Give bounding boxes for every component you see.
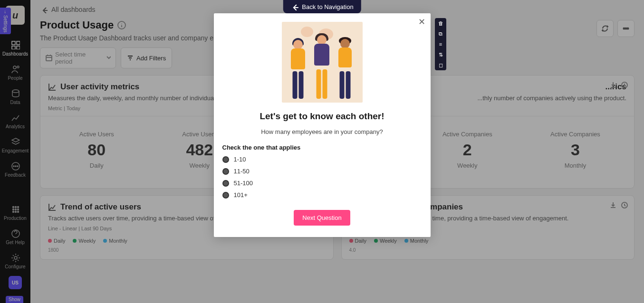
side-toolbar: 🗑 ⧉ ≡ ⇅ ◻ <box>435 18 446 70</box>
option-51-100[interactable]: 51-100 <box>222 180 422 187</box>
swap-icon[interactable]: ⇅ <box>437 51 444 58</box>
close-button[interactable]: ✕ <box>417 17 427 27</box>
copy-icon[interactable]: ⧉ <box>437 30 444 37</box>
radio-icon <box>222 192 229 199</box>
back-to-navigation-button[interactable]: Back to Navigation <box>283 0 361 13</box>
trash-icon[interactable]: 🗑 <box>437 20 444 27</box>
radio-icon <box>222 156 229 163</box>
radio-icon <box>222 168 229 175</box>
modal-title: Let's get to know each other! <box>214 111 431 122</box>
list-icon[interactable]: ≡ <box>437 41 444 47</box>
option-1-10[interactable]: 1-10 <box>222 156 422 163</box>
arrow-left-icon <box>290 3 298 10</box>
radio-icon <box>222 180 229 187</box>
modal-subtitle: How many employees are in your company? <box>214 128 431 135</box>
modal-instruction: Check the one that applies <box>222 144 422 151</box>
modal-illustration <box>282 22 363 103</box>
survey-modal: ✕ Let's get to kno <box>214 13 431 237</box>
bookmark-icon[interactable]: ◻ <box>437 62 444 68</box>
option-101-plus[interactable]: 101+ <box>222 191 422 199</box>
next-question-button[interactable]: Next Question <box>294 210 350 226</box>
option-11-50[interactable]: 11-50 <box>222 168 422 175</box>
